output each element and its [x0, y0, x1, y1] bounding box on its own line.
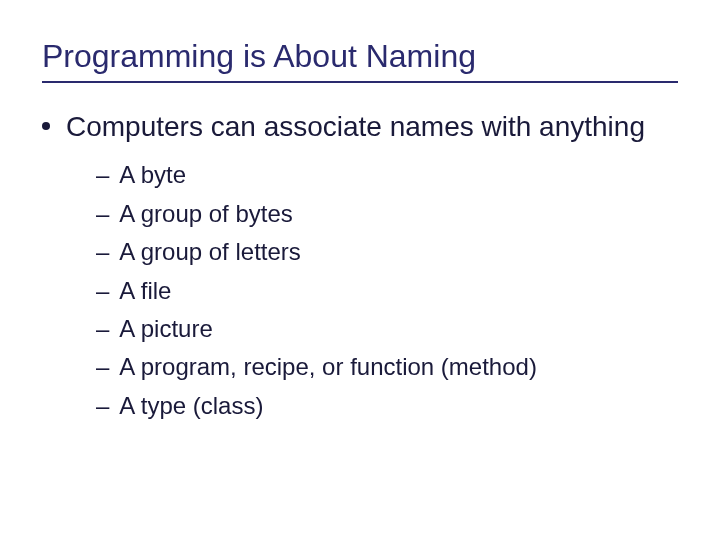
sub-item: – A group of letters [96, 236, 678, 268]
dash-icon: – [96, 236, 109, 268]
sub-text: A file [119, 275, 171, 307]
bullet-text: Computers can associate names with anyth… [66, 109, 645, 145]
sub-text: A picture [119, 313, 212, 345]
sub-item: – A byte [96, 159, 678, 191]
sub-item: – A group of bytes [96, 198, 678, 230]
sub-list: – A byte – A group of bytes – A group of… [96, 159, 678, 422]
slide-title: Programming is About Naming [42, 38, 678, 83]
sub-item: – A program, recipe, or function (method… [96, 351, 678, 383]
dash-icon: – [96, 390, 109, 422]
sub-text: A type (class) [119, 390, 263, 422]
sub-text: A group of bytes [119, 198, 292, 230]
sub-text: A byte [119, 159, 186, 191]
sub-item: – A type (class) [96, 390, 678, 422]
dash-icon: – [96, 275, 109, 307]
bullet-item: Computers can associate names with anyth… [42, 109, 678, 145]
sub-text: A program, recipe, or function (method) [119, 351, 537, 383]
sub-item: – A file [96, 275, 678, 307]
bullet-dot-icon [42, 122, 50, 130]
dash-icon: – [96, 159, 109, 191]
sub-item: – A picture [96, 313, 678, 345]
dash-icon: – [96, 198, 109, 230]
dash-icon: – [96, 313, 109, 345]
dash-icon: – [96, 351, 109, 383]
sub-text: A group of letters [119, 236, 300, 268]
